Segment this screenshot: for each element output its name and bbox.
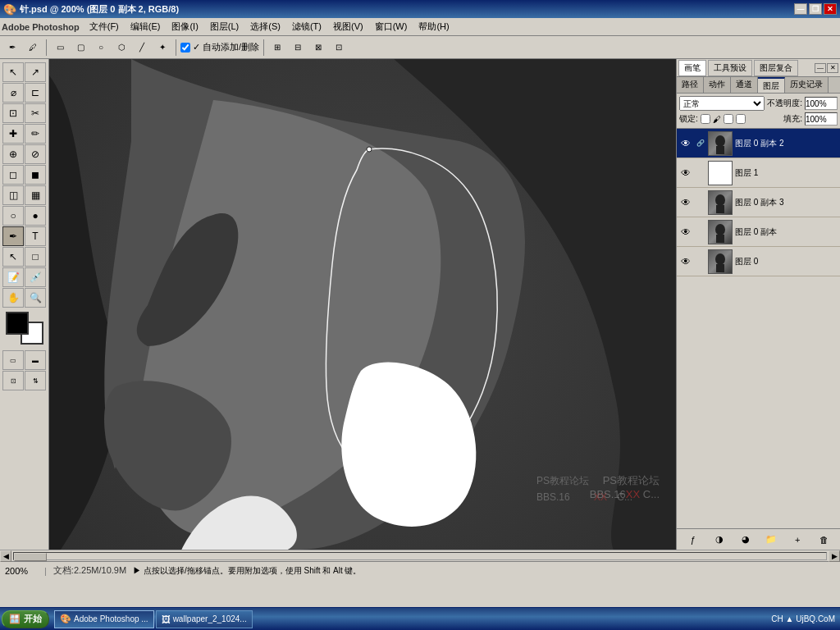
tab-actions[interactable]: 动作 <box>704 77 731 93</box>
zoom-tool[interactable]: 🔍 <box>25 288 46 308</box>
scroll-thumb[interactable] <box>14 553 47 561</box>
tool-preset-panel-btn[interactable]: 工具预设 <box>708 60 752 76</box>
standard-mode[interactable]: ▭ <box>2 350 24 370</box>
history-brush-tool[interactable]: ⊘ <box>25 144 46 164</box>
menu-item-w[interactable]: 窗口(W) <box>370 19 413 34</box>
opacity-input[interactable] <box>805 97 838 110</box>
tab-layers[interactable]: 图层 <box>758 77 785 93</box>
shape-ellipse-btn[interactable]: ○ <box>92 39 110 57</box>
taskbar-right-text: CH ▲ UjBQ.CoM <box>771 614 835 623</box>
layer-group-btn[interactable]: 📁 <box>763 532 779 547</box>
hand-tool[interactable]: ✋ <box>2 288 24 308</box>
restore-button[interactable]: ❐ <box>809 3 822 15</box>
menu-item-i[interactable]: 图像(I) <box>167 19 203 34</box>
path-mode-btn4[interactable]: ⊡ <box>330 39 348 57</box>
panel-minimize-btn[interactable]: — <box>815 63 826 73</box>
menu-item-e[interactable]: 编辑(E) <box>126 19 166 34</box>
pen-add-btn[interactable]: ✒ <box>3 39 21 57</box>
selection-tool[interactable]: ↖ <box>2 62 24 82</box>
slice-tool[interactable]: ✂ <box>25 103 46 123</box>
pen-tool[interactable]: ✒ <box>2 226 24 246</box>
menu-item-t[interactable]: 滤镜(T) <box>287 19 326 34</box>
eraser-tool[interactable]: ◻ <box>2 165 24 185</box>
minimize-button[interactable]: — <box>794 3 807 15</box>
zoom-level: 200% <box>5 566 38 576</box>
shape-line-btn[interactable]: ╱ <box>133 39 151 57</box>
auto-add-checkbox[interactable] <box>180 43 190 52</box>
layer-fx-btn[interactable]: ƒ <box>685 532 701 547</box>
layer-mask-btn[interactable]: ◑ <box>711 532 728 547</box>
shape-round-btn[interactable]: ▢ <box>71 39 89 57</box>
screen-mode-btn[interactable]: ⊡ <box>2 371 24 390</box>
layer-eye-2[interactable]: 👁 <box>678 195 693 210</box>
taskbar-photoshop[interactable]: 🎨 Adobe Photoshop ... <box>54 610 154 628</box>
shape-poly-btn[interactable]: ⬡ <box>112 39 130 57</box>
text-tool[interactable]: T <box>25 226 46 246</box>
bucket-tool[interactable]: ▦ <box>25 185 46 205</box>
imagereading-btn[interactable]: ⇅ <box>25 371 46 390</box>
scroll-right-btn[interactable]: ▶ <box>829 550 840 562</box>
direct-selection-tool[interactable]: ↗ <box>25 62 46 82</box>
layer-adj-btn[interactable]: ◕ <box>737 532 754 547</box>
layer-name-3: 图层 0 副本 <box>735 226 838 238</box>
menu-item-h[interactable]: 帮助(H) <box>413 19 454 34</box>
layer-item-3[interactable]: 👁图层 0 副本 <box>677 217 840 247</box>
quickmask-mode[interactable]: ▬ <box>25 350 46 370</box>
lasso-poly-tool[interactable]: ⊏ <box>25 83 46 103</box>
layer-item-0[interactable]: 👁🔗图层 0 副本 2 <box>677 129 840 158</box>
layer-comp-panel-btn[interactable]: 图层复合 <box>754 60 798 76</box>
layer-name-2: 图层 0 副本 3 <box>735 197 838 208</box>
clone-tool[interactable]: ⊕ <box>2 144 24 164</box>
layer-eye-1[interactable]: 👁 <box>678 166 693 180</box>
menu-item-s[interactable]: 选择(S) <box>245 19 285 34</box>
lock-move-check[interactable] <box>724 114 733 124</box>
panel-close-btn[interactable]: ✕ <box>827 63 838 73</box>
layer-item-2[interactable]: 👁图层 0 副本 3 <box>677 188 840 217</box>
menu-item-v[interactable]: 视图(V) <box>328 19 368 34</box>
taskbar-wallpaper[interactable]: 🖼 wallpaper_2_1024... <box>156 610 253 628</box>
layer-eye-4[interactable]: 👁 <box>678 254 693 269</box>
tab-channels[interactable]: 通道 <box>731 77 758 93</box>
blur-tool[interactable]: ○ <box>2 206 24 226</box>
lasso-tool[interactable]: ⌀ <box>2 83 24 103</box>
eyedropper-tool[interactable]: 💉 <box>25 267 46 287</box>
pen-type-btn[interactable]: 🖊 <box>24 39 42 57</box>
status-divider: | <box>44 566 47 576</box>
layer-delete-btn[interactable]: 🗑 <box>815 532 832 547</box>
lock-transparent-check[interactable] <box>701 114 710 124</box>
scroll-track[interactable] <box>13 552 827 560</box>
gradient-tool[interactable]: ◫ <box>2 185 24 205</box>
scroll-left-btn[interactable]: ◀ <box>0 550 11 562</box>
bg-eraser-tool[interactable]: ◼ <box>25 165 46 185</box>
horizontal-scrollbar[interactable]: ◀ ▶ <box>0 550 840 561</box>
fill-input[interactable] <box>805 112 838 126</box>
layer-eye-3[interactable]: 👁 <box>678 225 693 240</box>
layer-new-btn[interactable]: + <box>789 532 806 547</box>
tab-path[interactable]: 路径 <box>677 77 704 93</box>
close-button[interactable]: ✕ <box>824 3 837 15</box>
tab-history[interactable]: 历史记录 <box>785 77 829 93</box>
blend-mode-select[interactable]: 正常 <box>679 96 765 111</box>
path-mode-btn2[interactable]: ⊟ <box>289 39 307 57</box>
brush-tool[interactable]: ✏ <box>25 124 46 144</box>
fg-color[interactable] <box>6 312 29 335</box>
crop-tool[interactable]: ⊡ <box>2 103 24 123</box>
path-mode-btn3[interactable]: ⊠ <box>309 39 327 57</box>
notes-tool[interactable]: 📝 <box>2 267 24 287</box>
path-mode-btn1[interactable]: ⊞ <box>268 39 286 57</box>
shape-custom-btn[interactable]: ✦ <box>153 39 171 57</box>
brushes-panel-btn[interactable]: 画笔 <box>678 60 706 76</box>
heal-tool[interactable]: ✚ <box>2 124 24 144</box>
menu-item-l[interactable]: 图层(L) <box>205 19 244 34</box>
canvas-area[interactable]: PS教程论坛 BBS.16XX C... <box>49 59 676 550</box>
shape-tool[interactable]: □ <box>25 247 46 267</box>
layer-eye-0[interactable]: 👁 <box>678 136 693 151</box>
layer-item-4[interactable]: 👁图层 0 <box>677 247 840 276</box>
shape-rect-btn[interactable]: ▭ <box>51 39 69 57</box>
start-button[interactable]: 🪟 开始 <box>2 610 49 628</box>
menu-item-f[interactable]: 文件(F) <box>84 19 124 34</box>
dodge-tool[interactable]: ● <box>25 206 46 226</box>
lock-all-check[interactable] <box>736 114 746 124</box>
path-select-tool[interactable]: ↖ <box>2 247 24 267</box>
layer-item-1[interactable]: 👁图层 1 <box>677 158 840 188</box>
